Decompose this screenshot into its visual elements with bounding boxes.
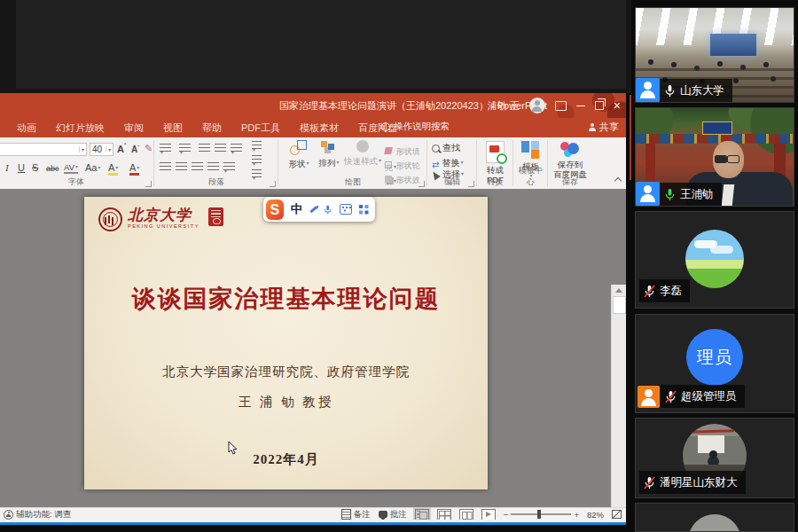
slide-editing-area[interactable]: 北京大学 PEKING UNIVERSITY 谈谈国家治理基本理论问题 北京大学… — [0, 189, 626, 507]
align-left-button[interactable] — [160, 162, 171, 171]
video-tile-wang-puqu[interactable]: 王浦劬 — [635, 107, 794, 207]
align-text-button[interactable] — [252, 155, 262, 163]
video-tile-admin[interactable]: 理员 超级管理员 — [635, 314, 794, 413]
group-separator — [426, 140, 427, 186]
slide-canvas[interactable]: 北京大学 PEKING UNIVERSITY 谈谈国家治理基本理论问题 北京大学… — [84, 197, 488, 489]
collapse-ribbon-icon[interactable] — [614, 177, 622, 184]
change-case-button[interactable]: Aa — [85, 162, 100, 173]
participant-name: 山东大学 — [680, 83, 724, 98]
scrollbar-thumb[interactable] — [613, 296, 626, 314]
highlight-color-button[interactable]: A — [108, 162, 118, 176]
zoom-out-icon[interactable]: − — [504, 510, 509, 520]
strikethrough-button[interactable]: S — [32, 162, 38, 173]
gate-plaque — [702, 121, 732, 135]
quick-styles-icon — [356, 140, 369, 153]
arrange-label: 排列 — [316, 158, 342, 169]
vertical-scrollbar[interactable]: ▲ ▼ — [611, 285, 626, 507]
notes-icon — [341, 509, 351, 520]
tab-pdf-tools[interactable]: PDF工具 — [241, 121, 280, 135]
account-avatar[interactable] — [529, 98, 545, 113]
zoom-in-icon[interactable]: + — [574, 510, 579, 520]
tab-view[interactable]: 视图 — [163, 121, 183, 135]
quick-styles-button[interactable]: 快速样式 — [344, 140, 381, 168]
meeting-video-sidebar: 山东大学 王浦劬 李磊 理员 — [631, 0, 798, 532]
slideshow-button[interactable] — [481, 509, 496, 520]
subscript-button[interactable]: abc — [46, 164, 59, 173]
scroll-up-arrow[interactable] — [615, 288, 622, 293]
comments-icon — [379, 511, 387, 518]
zoom-level[interactable]: 82% — [587, 510, 604, 520]
tab-animations[interactable]: 动画 — [17, 121, 36, 135]
close-icon[interactable]: × — [614, 99, 621, 112]
underline-button[interactable]: U — [18, 162, 25, 173]
columns-button[interactable] — [223, 162, 235, 171]
font-dialog-launcher[interactable] — [145, 181, 152, 187]
italic-button[interactable]: I — [5, 162, 9, 173]
group-separator — [476, 140, 477, 186]
decrease-indent-button[interactable] — [199, 144, 210, 153]
clear-formatting-button[interactable]: ✎ — [145, 143, 153, 154]
participant-badge-icon — [636, 78, 660, 102]
tab-help[interactable]: 帮助 — [202, 121, 222, 135]
arrange-button[interactable]: 排列 — [316, 140, 342, 169]
minimize-icon[interactable] — [576, 106, 585, 106]
video-tile-pan-mingxing[interactable]: 潘明星山东财大 — [635, 418, 794, 498]
align-right-button[interactable] — [192, 162, 203, 171]
bullets-button[interactable] — [160, 144, 171, 153]
tab-slideshow[interactable]: 幻灯片放映 — [56, 121, 105, 135]
restore-icon[interactable] — [595, 101, 604, 110]
drawing-dialog-launcher[interactable] — [419, 181, 425, 187]
partial-avatar — [688, 514, 741, 532]
save-label-line1: 保存到 — [550, 160, 591, 169]
zoom-slider[interactable] — [511, 513, 571, 515]
increase-indent-button[interactable] — [215, 144, 226, 153]
notes-button[interactable]: 备注 — [341, 509, 371, 520]
font-color-button[interactable]: A — [129, 162, 139, 176]
character-spacing-button[interactable]: AV — [64, 162, 78, 174]
zoom-control[interactable]: − + — [504, 510, 579, 520]
grid-menu-icon[interactable] — [359, 205, 367, 215]
font-size-combobox[interactable]: 40▾ — [90, 143, 113, 156]
comments-button[interactable]: 批注 — [379, 509, 407, 520]
video-tile-shandong-university[interactable]: 山东大学 — [635, 7, 794, 103]
font-name-combobox[interactable]: ▾ — [0, 143, 87, 156]
fit-slide-to-window-icon[interactable] — [612, 510, 622, 519]
zoom-slider-thumb[interactable] — [537, 510, 541, 519]
shrink-font-button[interactable]: Aˇ — [131, 145, 139, 154]
text-direction-button[interactable] — [252, 141, 262, 149]
tab-review[interactable]: 审阅 — [124, 121, 144, 135]
pen-icon[interactable] — [309, 206, 317, 212]
align-center-button[interactable] — [176, 162, 187, 171]
line-spacing-button[interactable] — [231, 144, 242, 153]
numbering-button[interactable] — [179, 144, 191, 153]
ime-chinese-mode[interactable]: 中 — [291, 201, 302, 217]
tab-template-assets[interactable]: 模板素材 — [300, 121, 339, 135]
tell-me-search[interactable]: 操作说明搜索 — [381, 121, 450, 133]
editing-dialog-launcher[interactable] — [468, 181, 474, 187]
save-to-baidu-netdisk-button[interactable]: 保存到 百度网盘 — [550, 141, 591, 179]
video-tile-partial[interactable] — [635, 503, 794, 532]
grow-font-button[interactable]: Aˆ — [117, 143, 126, 154]
mic-icon[interactable] — [324, 203, 332, 216]
find-label: 查找 — [442, 142, 460, 154]
account-name[interactable]: 浦劬 王 — [488, 99, 520, 113]
share-label: 共享 — [599, 121, 619, 134]
shapes-button[interactable]: 形状 — [286, 140, 312, 170]
title-bar[interactable]: 国家治理基本理论问题演讲（王浦劬20220423） - PowerPoint 浦… — [0, 93, 626, 118]
video-tile-li-lei[interactable]: 李磊 — [635, 211, 794, 309]
share-button[interactable]: 共享 — [588, 121, 619, 134]
slide-sorter-view-button[interactable] — [437, 509, 451, 520]
desktop-panel — [16, 0, 626, 89]
sogou-logo-icon[interactable]: S — [266, 200, 284, 220]
find-button[interactable]: 查找 — [432, 142, 460, 154]
projection-screen — [710, 34, 756, 56]
normal-view-button[interactable] — [415, 509, 429, 520]
mic-on-icon — [664, 84, 676, 98]
accessibility-status[interactable]: 辅助功能: 调查 — [4, 509, 71, 520]
group-separator — [278, 140, 278, 186]
justify-button[interactable] — [207, 162, 219, 171]
paragraph-dialog-launcher[interactable] — [270, 181, 276, 187]
keyboard-icon[interactable] — [340, 204, 352, 215]
ribbon-display-options-icon[interactable] — [555, 101, 567, 111]
reading-view-button[interactable] — [459, 509, 473, 520]
